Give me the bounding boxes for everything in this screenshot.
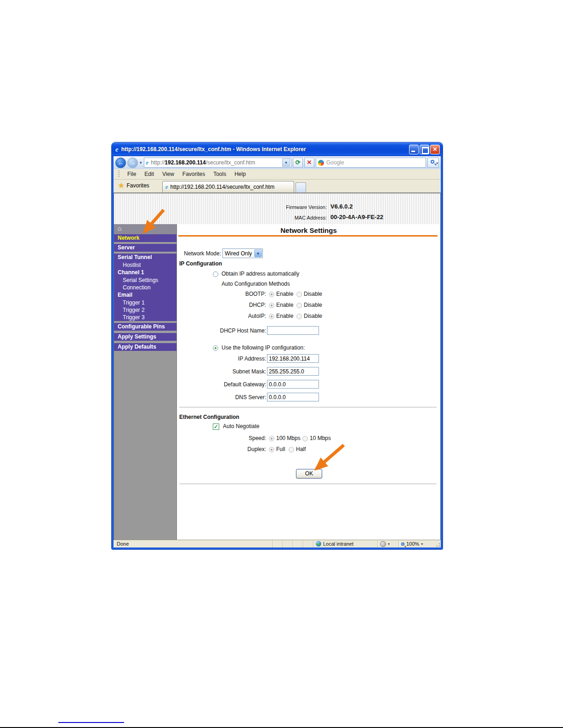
sidebar-item-trigger-2[interactable]: Trigger 2 (114, 306, 176, 314)
sidebar-item-configurable-pins[interactable]: Configurable Pins (114, 323, 176, 331)
caret-down-icon[interactable]: ▾ (388, 542, 390, 546)
status-bar: Done Local intranet ▾ 100% ▾ (114, 540, 441, 547)
favorites-star-icon: ★ (118, 181, 124, 190)
window-title: http://192.168.200.114/secure/ltx_conf.h… (121, 146, 409, 152)
search-options-caret-icon[interactable]: ▾ (436, 161, 438, 165)
minimize-button[interactable] (409, 145, 419, 154)
auto-negotiate-label: Auto Negotiate (223, 423, 259, 429)
duplex-full-radio[interactable] (269, 447, 274, 452)
zoom-pane[interactable]: 100% ▾ (398, 541, 435, 547)
search-input[interactable]: Google (316, 158, 426, 168)
status-text: Done (114, 541, 273, 547)
intranet-globe-icon (316, 541, 321, 547)
dhcp-enable-radio[interactable] (269, 303, 274, 308)
sidebar-item-apply-defaults[interactable]: Apply Defaults (114, 343, 176, 351)
toolbar-grip-icon (118, 170, 119, 178)
browser-window: e http://192.168.200.114/secure/ltx_conf… (112, 142, 443, 549)
menu-favorites[interactable]: Favorites (178, 169, 209, 179)
address-dropdown-button[interactable]: ▼ (282, 158, 290, 167)
sidebar-item-email[interactable]: Email (114, 291, 176, 299)
forward-button[interactable]: → (127, 158, 138, 168)
sidebar-item-trigger-3[interactable]: Trigger 3 (114, 314, 176, 321)
phishing-filter-pane[interactable]: ▾ (377, 541, 398, 547)
google-icon (318, 160, 324, 166)
duplex-half-radio[interactable] (289, 447, 294, 452)
search-go-button[interactable]: ▾ (427, 158, 439, 168)
dhcp-host-name-field[interactable] (267, 326, 319, 335)
refresh-button[interactable]: ⟳ (293, 158, 303, 168)
autoip-disable-radio[interactable] (296, 314, 302, 319)
ie-logo-icon: e (115, 146, 119, 153)
speed-100-label: 100 Mbps (276, 435, 301, 441)
dns-server-field[interactable] (267, 393, 319, 401)
search-icon (431, 160, 434, 164)
subnet-mask-field[interactable] (267, 367, 319, 376)
new-tab-button[interactable] (296, 182, 306, 192)
safety-filter-icon (380, 541, 386, 547)
navigation-bar: ← → ▾ e http://192.168.200.114/secure/lt… (114, 156, 441, 169)
default-gateway-field[interactable] (267, 380, 319, 389)
menu-tools[interactable]: Tools (209, 169, 230, 179)
dhcp-host-name-label: DHCP Host Name: (187, 327, 266, 334)
bootp-enable-radio[interactable] (269, 292, 274, 297)
url-path: /secure/ltx_conf.htm (206, 159, 255, 166)
sidebar-item-serial-settings[interactable]: Serial Settings (114, 277, 176, 284)
ethernet-configuration-heading: Ethernet Configuration (179, 414, 239, 420)
zoom-level: 100% (406, 541, 419, 547)
duplex-label: Duplex: (187, 446, 266, 452)
dhcp-disable-radio[interactable] (296, 303, 302, 308)
default-gateway-label: Default Gateway: (187, 381, 266, 388)
bootp-disable-label: Disable (304, 291, 322, 297)
auto-negotiate-checkbox[interactable]: ✓ (213, 423, 219, 430)
sidebar-item-trigger-1[interactable]: Trigger 1 (114, 299, 176, 306)
back-button[interactable]: ← (115, 158, 126, 168)
ip-address-label: IP Address: (187, 356, 266, 362)
section-divider (179, 407, 437, 407)
chevron-down-icon[interactable]: ▼ (254, 249, 262, 257)
page-icon: e (146, 159, 149, 166)
resize-grip[interactable] (435, 541, 441, 547)
address-bar[interactable]: e http://192.168.200.114/secure/ltx_conf… (144, 158, 291, 168)
ip-configuration-heading: IP Configuration (179, 260, 222, 267)
sidebar-item-channel-1[interactable]: Channel 1 (114, 269, 176, 277)
status-pane (273, 541, 283, 547)
sidebar-item-apply-settings[interactable]: Apply Settings (114, 333, 176, 341)
orange-arrow-network-annotation (132, 206, 169, 242)
sidebar-item-connection[interactable]: Connection (114, 284, 176, 291)
security-zone-label: Local intranet (323, 541, 353, 547)
auto-config-methods-label: Auto Configuration Methods (222, 281, 290, 287)
document-link-underline (58, 722, 124, 723)
bootp-enable-label: Enable (276, 291, 293, 297)
ip-address-field[interactable] (267, 354, 319, 363)
menu-bar: File Edit View Favorites Tools Help (114, 169, 441, 180)
speed-label: Speed: (187, 435, 266, 441)
title-bar[interactable]: e http://192.168.200.114/secure/ltx_conf… (112, 142, 443, 156)
section-divider (179, 484, 437, 484)
status-pane (303, 541, 313, 547)
url-host: 192.168.200.114 (165, 159, 205, 166)
title-divider (178, 235, 438, 237)
menu-view[interactable]: View (158, 169, 178, 179)
dns-server-label: DNS Server: (187, 394, 266, 401)
speed-100-radio[interactable] (269, 436, 274, 441)
menu-help[interactable]: Help (230, 169, 250, 179)
autoip-enable-radio[interactable] (269, 314, 274, 319)
menu-edit[interactable]: Edit (140, 169, 158, 179)
close-button[interactable]: ✕ (430, 145, 440, 154)
subnet-mask-label: Subnet Mask: (187, 368, 266, 375)
security-zone-pane[interactable]: Local intranet (313, 541, 377, 547)
sidebar-item-hostlist[interactable]: Hostlist (114, 261, 176, 269)
maximize-button[interactable] (420, 145, 429, 154)
stop-button[interactable]: ✕ (304, 158, 314, 168)
recent-pages-caret-icon[interactable]: ▾ (139, 160, 142, 165)
bootp-disable-radio[interactable] (296, 292, 302, 297)
use-following-ip-radio[interactable] (213, 345, 218, 351)
menu-file[interactable]: File (123, 169, 140, 179)
network-mode-select[interactable]: Wired Only ▼ (222, 248, 263, 258)
favorites-button[interactable]: ★ Favorites (114, 181, 156, 192)
active-tab[interactable]: e http://192.168.200.114/secure/ltx_conf… (162, 181, 294, 192)
dhcp-label: DHCP: (187, 302, 266, 308)
obtain-ip-radio[interactable] (213, 271, 218, 277)
caret-down-icon[interactable]: ▾ (421, 542, 423, 546)
network-mode-label: Network Mode: (142, 250, 221, 257)
